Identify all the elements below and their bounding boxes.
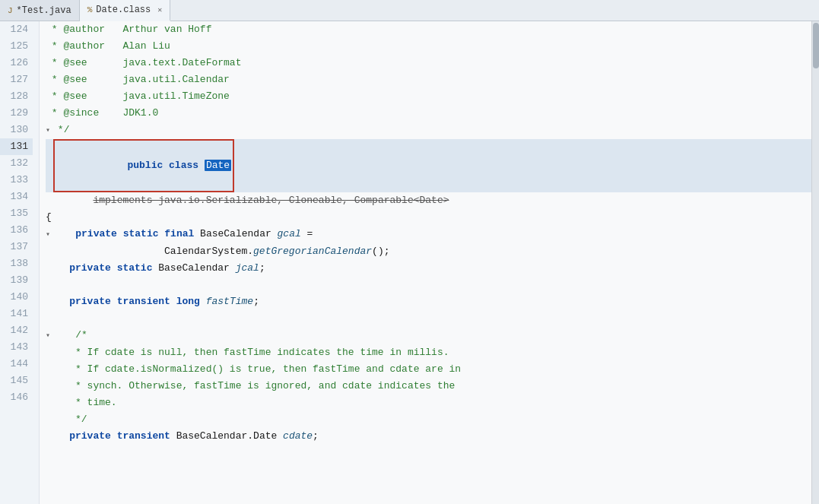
ln-125: 125	[0, 38, 33, 55]
code-line-129: * @since JDK1.0	[46, 105, 811, 122]
ln-124: 124	[0, 21, 33, 38]
code-line-143: * synch. Otherwise, fastTime is ignored,…	[46, 378, 811, 395]
scrollbar-thumb[interactable]	[813, 23, 819, 68]
ln-142: 142	[0, 322, 33, 339]
code-line-127: * @see java.util.Calendar	[46, 71, 811, 88]
ln-141: 141	[0, 306, 33, 322]
ln-139: 139	[0, 272, 33, 289]
tab-date-class-label: Date.class	[96, 5, 151, 15]
ln-128: 128	[0, 88, 33, 105]
code-line-128: * @see java.util.TimeZone	[46, 88, 811, 105]
ide-window: J *Test.java % Date.class ✕ 124 125 126 …	[0, 0, 819, 504]
ln-136: 136	[0, 222, 33, 239]
ln-131: 131	[0, 138, 33, 155]
code-line-131: public class Date	[46, 139, 811, 192]
code-line-145: */	[46, 411, 811, 428]
code-line-135: CalendarSystem.getGregorianCalendar();	[46, 243, 811, 260]
editor-container: 124 125 126 127 128 129 130 131 132 133 …	[0, 21, 819, 504]
code-line-130: ▾ */	[46, 122, 811, 139]
tab-java-icon: J	[8, 6, 13, 15]
ln-129: 129	[0, 105, 33, 122]
ln-144: 144	[0, 356, 33, 372]
code-content: * @author Arthur van Hoff * @author Alan…	[40, 21, 811, 504]
fold-131-spacer	[46, 141, 52, 157]
fold-130[interactable]: ▾	[46, 122, 50, 139]
vertical-scrollbar[interactable]	[811, 21, 819, 504]
code-line-139	[46, 310, 811, 327]
code-line-140: ▾ /*	[46, 327, 811, 344]
code-line-141: * If cdate is null, then fastTime indica…	[46, 344, 811, 361]
line-numbers: 124 125 126 127 128 129 130 131 132 133 …	[0, 21, 40, 504]
tab-bar: J *Test.java % Date.class ✕	[0, 0, 819, 21]
code-line-134: ▾ private static final BaseCalendar gcal…	[46, 226, 811, 243]
ln-130: 130	[0, 122, 33, 138]
ln-135: 135	[0, 205, 33, 222]
ln-140: 140	[0, 289, 33, 306]
ln-143: 143	[0, 339, 33, 356]
ln-137: 137	[0, 239, 33, 255]
tab-test-java-label: *Test.java	[17, 5, 71, 16]
red-box-131: public class Date	[53, 139, 234, 192]
ln-145: 145	[0, 372, 33, 389]
code-line-126: * @see java.text.DateFormat	[46, 55, 811, 71]
fold-134[interactable]: ▾	[46, 227, 50, 243]
date-highlight: Date	[205, 160, 231, 171]
code-line-144: * time.	[46, 395, 811, 411]
code-line-125: * @author Alan Liu	[46, 38, 811, 55]
code-line-138: private transient long fastTime;	[46, 293, 811, 310]
code-line-137	[46, 277, 811, 293]
tab-close-icon[interactable]: ✕	[157, 5, 162, 14]
code-area: 124 125 126 127 128 129 130 131 132 133 …	[0, 21, 819, 504]
ln-127: 127	[0, 71, 33, 88]
tab-date-class[interactable]: % Date.class ✕	[80, 0, 171, 21]
code-line-124: * @author Arthur van Hoff	[46, 21, 811, 38]
code-line-146: private transient BaseCalendar.Date cdat…	[46, 428, 811, 445]
tab-class-icon: %	[87, 5, 93, 14]
ln-146: 146	[0, 389, 33, 406]
tab-test-java[interactable]: J *Test.java	[0, 0, 80, 21]
ln-132: 132	[0, 155, 33, 172]
ln-126: 126	[0, 55, 33, 71]
code-line-136: private static BaseCalendar jcal;	[46, 260, 811, 277]
code-line-132: implements java.io.Serializable, Cloneab…	[46, 192, 811, 209]
ln-134: 134	[0, 189, 33, 205]
ln-133: 133	[0, 172, 33, 189]
code-line-133: {	[46, 209, 811, 226]
ln-138: 138	[0, 255, 33, 272]
fold-140[interactable]: ▾	[46, 328, 50, 344]
code-line-142: * If cdate.isNormalized() is true, then …	[46, 361, 811, 378]
